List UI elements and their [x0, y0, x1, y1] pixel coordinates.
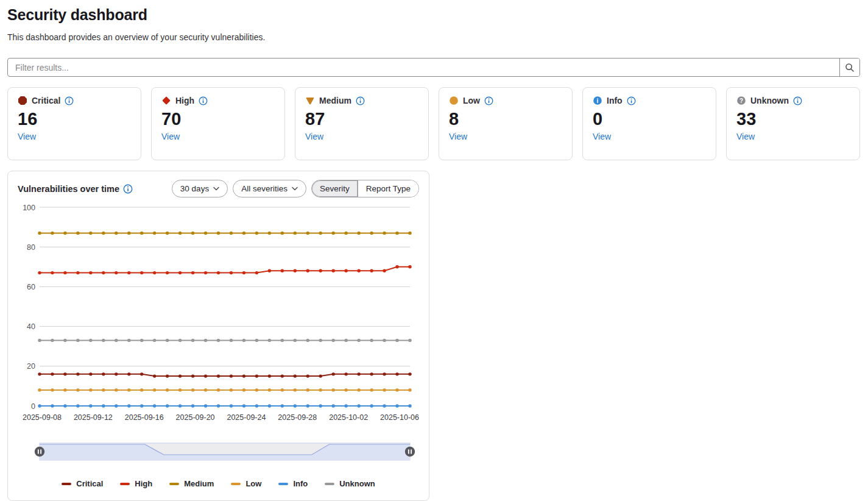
- info-icon[interactable]: [199, 96, 208, 105]
- zoom-slider-right-handle[interactable]: [405, 447, 415, 457]
- legend-item-low[interactable]: Low: [231, 479, 261, 488]
- filter-bar: [7, 58, 860, 77]
- svg-text:2025-10-06: 2025-10-06: [380, 413, 419, 422]
- legend-item-medium[interactable]: Medium: [169, 479, 214, 488]
- svg-text:0: 0: [31, 402, 35, 411]
- toggle-report-type[interactable]: Report Type: [358, 180, 418, 197]
- legend-item-unknown[interactable]: Unknown: [325, 479, 375, 488]
- severity-critical-icon: [18, 96, 27, 105]
- svg-text:40: 40: [27, 322, 35, 331]
- chart-controls: 30 days All severities Severity Report T…: [172, 180, 419, 197]
- legend-swatch: [62, 483, 71, 485]
- page-subtitle: This dashboard provides an overview of y…: [7, 32, 860, 42]
- severity-low-icon: [449, 96, 459, 105]
- card-header: Medium: [305, 96, 418, 105]
- chart-title: Vulnerabilities over time: [18, 184, 119, 194]
- svg-text:i: i: [597, 98, 599, 104]
- view-link[interactable]: View: [736, 132, 755, 141]
- chart-legend: CriticalHighMediumLowInfoUnknown: [18, 479, 419, 488]
- chart-zoom-slider[interactable]: [18, 441, 420, 462]
- svg-text:2025-09-24: 2025-09-24: [227, 413, 266, 422]
- severity-label: Info: [607, 96, 623, 105]
- legend-swatch: [120, 483, 130, 485]
- legend-label: Medium: [184, 479, 214, 488]
- filter-input[interactable]: [8, 59, 839, 76]
- chevron-down-icon: [292, 187, 298, 191]
- info-icon[interactable]: [793, 96, 802, 105]
- severity-summary-cards: Critical16ViewHigh70ViewMedium87ViewLow8…: [7, 87, 860, 160]
- view-link[interactable]: View: [593, 132, 611, 141]
- severity-label: Medium: [319, 96, 351, 105]
- card-header: Critical: [18, 96, 131, 105]
- chart-header: Vulnerabilities over time 30 days All se…: [18, 180, 419, 197]
- card-header: iInfo: [593, 96, 706, 105]
- info-icon[interactable]: [484, 96, 493, 105]
- severity-count: 8: [449, 109, 562, 129]
- legend-item-info[interactable]: Info: [278, 479, 308, 488]
- legend-swatch: [231, 483, 241, 485]
- card-header: Low: [449, 96, 562, 105]
- date-range-dropdown[interactable]: 30 days: [172, 180, 228, 197]
- card-header: High: [161, 96, 275, 105]
- severity-count: 87: [305, 109, 418, 129]
- legend-label: Critical: [76, 479, 103, 488]
- svg-text:20: 20: [27, 362, 35, 371]
- severity-count: 70: [161, 109, 275, 129]
- severity-label: High: [175, 96, 194, 105]
- date-range-value: 30 days: [180, 184, 209, 193]
- info-icon[interactable]: [123, 184, 133, 194]
- severity-medium-icon: [305, 96, 315, 105]
- svg-text:2025-09-20: 2025-09-20: [176, 413, 215, 422]
- legend-swatch: [169, 483, 179, 485]
- svg-text:100: 100: [23, 204, 35, 212]
- vulnerabilities-line-chart: 0204060801002025-09-082025-09-122025-09-…: [18, 201, 420, 428]
- view-link[interactable]: View: [161, 132, 180, 141]
- view-link[interactable]: View: [18, 132, 36, 141]
- chevron-down-icon: [213, 187, 219, 191]
- legend-swatch: [278, 483, 288, 485]
- severity-unknown-icon: ?: [736, 96, 746, 105]
- severity-filter-dropdown[interactable]: All severities: [233, 180, 306, 197]
- legend-label: Info: [293, 479, 308, 488]
- severity-card-info: iInfo0View: [582, 87, 716, 160]
- info-icon[interactable]: [627, 96, 636, 105]
- svg-text:60: 60: [27, 283, 35, 291]
- severity-card-unknown: ?Unknown33View: [726, 87, 860, 160]
- severity-info-icon: i: [593, 96, 602, 105]
- page-title: Security dashboard: [7, 6, 860, 24]
- legend-swatch: [325, 483, 334, 485]
- severity-card-medium: Medium87View: [295, 87, 429, 160]
- severity-count: 16: [18, 109, 131, 129]
- severity-card-critical: Critical16View: [7, 87, 141, 160]
- svg-text:80: 80: [27, 243, 35, 252]
- severity-label: Critical: [32, 96, 60, 105]
- legend-label: High: [135, 479, 152, 488]
- zoom-slider-left-handle[interactable]: [35, 447, 44, 457]
- legend-label: Low: [245, 479, 261, 488]
- svg-text:2025-10-02: 2025-10-02: [329, 413, 368, 422]
- info-icon[interactable]: [356, 96, 365, 105]
- severity-label: Unknown: [750, 96, 789, 105]
- card-header: ?Unknown: [736, 96, 850, 105]
- severity-card-high: High70View: [151, 87, 285, 160]
- legend-item-critical[interactable]: Critical: [62, 479, 103, 488]
- severity-card-low: Low8View: [439, 87, 573, 160]
- search-button[interactable]: [839, 59, 859, 76]
- legend-label: Unknown: [339, 479, 375, 488]
- svg-text:2025-09-28: 2025-09-28: [278, 413, 317, 422]
- svg-text:2025-09-16: 2025-09-16: [125, 413, 164, 422]
- view-link[interactable]: View: [305, 132, 323, 141]
- severity-filter-value: All severities: [241, 184, 288, 193]
- chart-grouping-toggle: Severity Report Type: [311, 180, 419, 197]
- svg-text:2025-09-08: 2025-09-08: [23, 413, 62, 422]
- severity-count: 0: [593, 109, 706, 129]
- svg-text:2025-09-12: 2025-09-12: [74, 413, 113, 422]
- vulnerabilities-over-time-panel: Vulnerabilities over time 30 days All se…: [7, 171, 429, 501]
- severity-high-icon: [161, 96, 171, 105]
- view-link[interactable]: View: [449, 132, 467, 141]
- toggle-severity[interactable]: Severity: [312, 180, 358, 197]
- severity-count: 33: [736, 109, 850, 129]
- info-icon[interactable]: [65, 96, 74, 105]
- legend-item-high[interactable]: High: [120, 479, 152, 488]
- security-dashboard-page: Security dashboard This dashboard provid…: [0, 0, 868, 501]
